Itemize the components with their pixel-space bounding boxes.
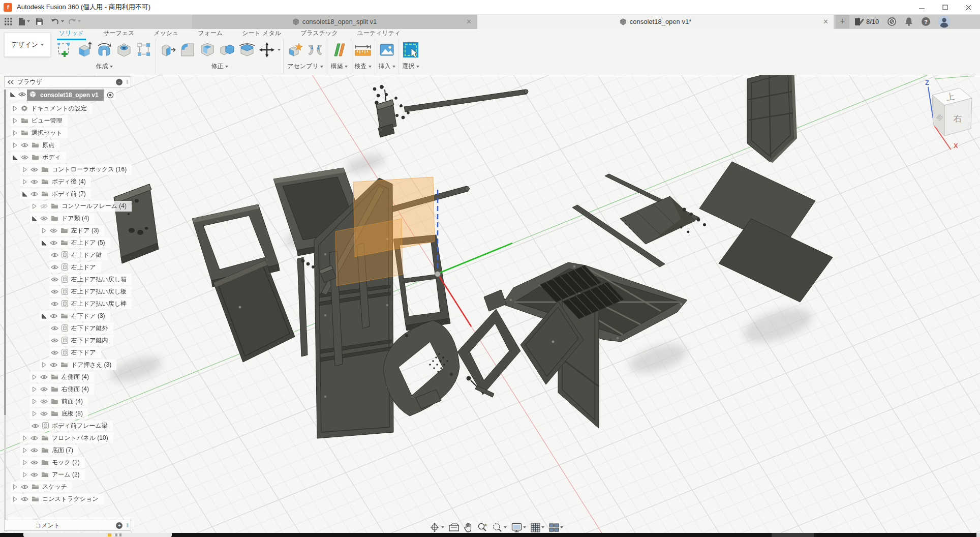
- expand-closed-icon[interactable]: [12, 118, 18, 124]
- maximize-button[interactable]: [933, 0, 957, 14]
- new-component-icon[interactable]: [286, 40, 304, 59]
- browser-root-row[interactable]: consolet18_open v1: [8, 90, 132, 100]
- expand-closed-icon[interactable]: [12, 106, 18, 111]
- assemble-group-label[interactable]: アセンブリ: [287, 62, 323, 71]
- browser-item-18[interactable]: 右下ドア鍵外: [8, 323, 132, 333]
- panel-minus-icon[interactable]: −: [116, 79, 122, 85]
- browser-panel-header[interactable]: ブラウザ − ‖: [4, 76, 131, 87]
- expand-closed-icon[interactable]: [32, 411, 37, 416]
- viewport-canvas[interactable]: ブラウザ − ‖ consolet18_open v1 ドキュメントの設定ビュー…: [0, 75, 980, 533]
- zoom-tool[interactable]: ±: [477, 522, 487, 532]
- workspace-selector[interactable]: デザイン: [4, 33, 51, 57]
- expand-closed-icon[interactable]: [32, 386, 37, 392]
- expand-closed-icon[interactable]: [41, 228, 47, 233]
- visibility-eye-icon[interactable]: [21, 142, 28, 148]
- browser-scrollbar[interactable]: [4, 90, 6, 527]
- save-icon[interactable]: [36, 16, 43, 27]
- timeline-tick[interactable]: [119, 533, 121, 536]
- expand-closed-icon[interactable]: [32, 374, 37, 380]
- move-copy-icon[interactable]: [258, 40, 276, 59]
- panel-drag-handle[interactable]: ‖: [126, 79, 128, 85]
- redo-icon[interactable]: [68, 16, 81, 27]
- visibility-eye-icon[interactable]: [51, 350, 58, 355]
- hole-icon[interactable]: [115, 40, 133, 59]
- look-at-tool[interactable]: [449, 523, 459, 532]
- help-icon[interactable]: ?: [921, 15, 931, 28]
- ribbon-tab-6[interactable]: ユーティリティ: [355, 28, 403, 39]
- timeline-strip[interactable]: [23, 533, 172, 537]
- visibility-eye-icon[interactable]: [51, 289, 58, 294]
- revolve-icon[interactable]: [95, 40, 113, 59]
- visibility-eye-icon[interactable]: [40, 399, 48, 404]
- browser-item-10[interactable]: 左ドア (3): [8, 225, 132, 235]
- tab-close-icon[interactable]: ✕: [823, 18, 829, 25]
- visibility-eye-icon[interactable]: [40, 386, 48, 392]
- browser-item-3[interactable]: 原点: [8, 140, 132, 150]
- timeline-end-handle[interactable]: [976, 533, 980, 537]
- visibility-eye-icon[interactable]: [30, 472, 38, 478]
- create-sketch-icon[interactable]: [55, 40, 74, 59]
- part-sheet-b[interactable]: [719, 219, 833, 302]
- visibility-eye-icon[interactable]: [40, 216, 48, 221]
- browser-item-8[interactable]: コンソールフレーム (4): [8, 201, 132, 211]
- inspect-group-label[interactable]: 検査: [355, 62, 372, 71]
- select-icon[interactable]: [402, 40, 420, 59]
- part-small-bracket[interactable]: [484, 290, 506, 311]
- visibility-eye-icon[interactable]: [30, 448, 38, 453]
- visibility-eye-icon[interactable]: [21, 155, 28, 160]
- visibility-eye-icon[interactable]: [21, 496, 28, 502]
- orbit-tool[interactable]: [430, 522, 444, 532]
- ribbon-tab-1[interactable]: サーフェス: [101, 28, 136, 39]
- visibility-eye-icon[interactable]: [32, 423, 39, 429]
- expand-closed-icon[interactable]: [22, 448, 27, 453]
- add-comment-icon[interactable]: +: [116, 522, 122, 529]
- expand-closed-icon[interactable]: [32, 203, 37, 209]
- browser-item-19[interactable]: 右下ドア鍵内: [8, 335, 132, 345]
- free-docs-counter[interactable]: 8/10: [854, 15, 879, 28]
- browser-item-23[interactable]: 右側面 (4): [8, 384, 132, 394]
- browser-item-4[interactable]: ボディ: [8, 152, 132, 162]
- undo-icon[interactable]: [51, 16, 64, 27]
- construct-group-label[interactable]: 構築: [331, 62, 348, 71]
- browser-item-30[interactable]: アーム (2): [8, 469, 132, 480]
- file-menu-icon[interactable]: [18, 16, 30, 27]
- pattern-icon[interactable]: [135, 40, 153, 59]
- browser-item-32[interactable]: コンストラクション: [8, 494, 132, 504]
- expand-open-icon[interactable]: [41, 240, 47, 246]
- browser-item-29[interactable]: モック (2): [8, 457, 132, 467]
- activate-component-radio[interactable]: [105, 91, 116, 100]
- browser-item-11[interactable]: 右上ドア (5): [8, 237, 132, 248]
- visibility-eye-icon[interactable]: [30, 167, 38, 172]
- browser-item-1[interactable]: ビュー管理: [8, 115, 132, 126]
- browser-item-14[interactable]: 右上ドア払い戻し箱: [8, 274, 132, 284]
- visibility-eye-icon[interactable]: [50, 362, 57, 368]
- ribbon-tab-5[interactable]: プラスチック: [298, 28, 340, 39]
- browser-item-24[interactable]: 前面 (4): [8, 396, 132, 406]
- notifications-bell-icon[interactable]: [904, 15, 913, 28]
- browser-item-0[interactable]: ドキュメントの設定: [8, 103, 132, 113]
- visibility-eye-icon[interactable]: [51, 301, 58, 307]
- visibility-eye-icon[interactable]: [50, 313, 57, 319]
- expand-closed-icon[interactable]: [12, 484, 18, 490]
- tab-close-icon[interactable]: ✕: [466, 18, 472, 25]
- user-avatar[interactable]: [938, 15, 951, 28]
- expand-closed-icon[interactable]: [32, 399, 37, 404]
- browser-item-5[interactable]: コントローラボックス (16): [8, 164, 132, 174]
- visibility-eye-icon[interactable]: [51, 325, 58, 331]
- expand-closed-icon[interactable]: [22, 472, 27, 478]
- ribbon-tab-3[interactable]: フォーム: [196, 28, 225, 39]
- expand-closed-icon[interactable]: [12, 496, 18, 502]
- visibility-eye-icon[interactable]: [40, 374, 48, 380]
- display-settings[interactable]: [511, 523, 526, 532]
- browser-item-22[interactable]: 左側面 (4): [8, 372, 132, 382]
- browser-item-27[interactable]: フロントパネル (10): [8, 433, 132, 443]
- visibility-eye-icon[interactable]: [40, 411, 48, 416]
- viewports-settings[interactable]: [549, 523, 563, 532]
- part-mid-frame[interactable]: [457, 309, 520, 395]
- browser-item-16[interactable]: 右上ドア払い戻し棒: [8, 299, 132, 309]
- create-group-label[interactable]: 作成: [96, 62, 113, 71]
- browser-item-25[interactable]: 底板 (8): [8, 408, 132, 419]
- tab-consolet18-open-split[interactable]: consolet18_open_split v1 ✕: [192, 14, 477, 29]
- expand-closed-icon[interactable]: [41, 362, 47, 368]
- comment-panel[interactable]: コメント + ‖: [4, 520, 131, 531]
